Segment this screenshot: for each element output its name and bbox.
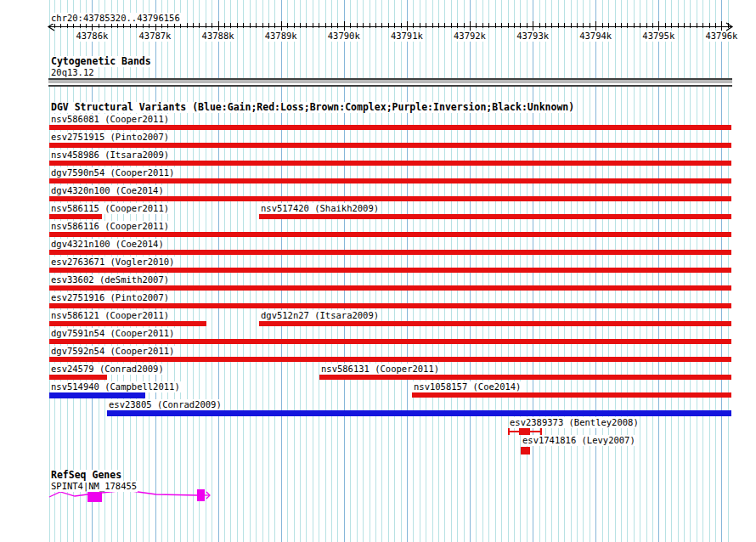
variant-label[interactable]: dgv4321n100 (Coe2014) — [50, 239, 165, 250]
variant-label[interactable]: dgv7591n54 (Cooper2011) — [50, 328, 175, 339]
ruler-tick-minor — [457, 23, 458, 28]
ruler-tick-minor — [697, 23, 697, 28]
ruler-tick-label: 43796k — [704, 31, 738, 42]
variant-bar[interactable] — [49, 375, 107, 380]
variant-label[interactable]: esv23805 (Conrad2009) — [108, 399, 223, 410]
ruler-tick-label: 43790k — [327, 31, 361, 42]
ruler-tick-minor — [438, 23, 439, 28]
ruler-tick-minor — [432, 23, 433, 28]
ruler-tick-minor — [709, 23, 710, 28]
ruler-tick-minor — [583, 23, 584, 28]
variant-box[interactable] — [519, 427, 530, 435]
ruler-tick-minor — [325, 23, 326, 28]
variant-bar[interactable] — [49, 303, 731, 308]
ruler-tick-minor — [571, 23, 572, 28]
ruler-tick-minor — [313, 23, 313, 28]
region-label: chr20:43785320..43796156 — [50, 13, 181, 24]
ruler-tick-label: 43786k — [75, 31, 109, 42]
variant-bar[interactable] — [49, 214, 102, 219]
variant-label[interactable]: esv2389373 (Bentley2008) — [509, 417, 640, 428]
ruler-tick-minor — [193, 23, 194, 28]
variant-bar[interactable] — [49, 178, 731, 183]
ruler-tick-minor — [370, 23, 370, 28]
variant-label[interactable]: nsv458986 (Itsara2009) — [50, 150, 170, 161]
variant-bar[interactable] — [49, 339, 731, 344]
gene-label[interactable]: SPINT4|NM_178455 — [50, 481, 138, 492]
variant-bar[interactable] — [49, 321, 206, 326]
genome-browser-canvas: 43786k43787k43788k43789k43790k43791k4379… — [0, 0, 756, 542]
ruler-tick-label: 43792k — [453, 31, 487, 42]
variant-label[interactable]: dgv7590n54 (Cooper2011) — [50, 167, 175, 178]
ruler-tick-minor — [621, 23, 622, 28]
ruler-tick-minor — [381, 23, 382, 28]
variant-bar[interactable] — [412, 392, 731, 398]
variant-bar[interactable] — [49, 143, 731, 148]
ruler-tick-minor — [665, 23, 666, 28]
variant-ibeam-cap[interactable] — [508, 428, 510, 435]
variant-bar[interactable] — [319, 375, 731, 380]
ruler-tick-minor — [652, 23, 653, 28]
variant-label[interactable]: esv2751916 (Pinto2007) — [50, 292, 170, 303]
variant-bar[interactable] — [49, 285, 731, 291]
variant-bar[interactable] — [49, 392, 145, 398]
variant-bar[interactable] — [259, 214, 731, 219]
ruler-tick-label: 43788k — [201, 31, 235, 42]
variant-label[interactable]: nsv586081 (Cooper2011) — [50, 114, 170, 125]
ruler-tick-minor — [230, 23, 231, 28]
cytoband-bar[interactable] — [48, 78, 732, 87]
ruler-tick-minor — [212, 23, 212, 28]
ruler-tick-minor — [294, 23, 295, 28]
ruler-tick-minor — [464, 23, 465, 28]
variant-label[interactable]: nsv514940 (Campbell2011) — [50, 381, 181, 392]
ruler-tick-minor — [640, 23, 640, 28]
ruler-tick-minor — [350, 23, 351, 28]
variant-bar[interactable] — [259, 321, 731, 326]
variant-label[interactable]: dgv4320n100 (Coe2014) — [50, 185, 165, 196]
variant-label[interactable]: dgv512n27 (Itsara2009) — [260, 310, 380, 321]
variant-label[interactable]: esv2751915 (Pinto2007) — [50, 132, 170, 143]
ruler-tick-minor — [206, 23, 206, 28]
variant-label[interactable]: nsv517420 (Shaikh2009) — [260, 203, 380, 214]
ruler-tick-minor — [187, 23, 188, 28]
ruler-tick-label: 43789k — [264, 31, 298, 42]
ruler-tick-minor — [728, 23, 729, 28]
ruler-tick-minor — [627, 23, 628, 28]
ruler-tick-minor — [671, 23, 672, 28]
variant-bar[interactable] — [49, 268, 731, 273]
variant-bar[interactable] — [49, 196, 731, 201]
ruler-tick-minor — [608, 23, 609, 28]
ruler-tick-minor — [274, 23, 275, 28]
variant-bar[interactable] — [49, 357, 731, 362]
variant-bar[interactable] — [49, 125, 731, 130]
ruler-tick-minor — [539, 23, 540, 28]
ruler-tick-minor — [420, 23, 420, 28]
ruler-tick-minor — [388, 23, 389, 28]
variant-bar[interactable] — [49, 250, 731, 255]
ruler-tick-minor — [357, 23, 358, 28]
ruler-tick-minor — [331, 23, 332, 28]
variant-label[interactable]: esv33602 (deSmith2007) — [50, 274, 170, 285]
variant-label[interactable]: nsv1058157 (Coe2014) — [413, 381, 522, 392]
ruler-tick-label: 43787k — [138, 31, 172, 42]
variant-bar[interactable] — [49, 232, 731, 237]
variant-label[interactable]: nsv586121 (Cooper2011) — [50, 310, 170, 321]
ruler-tick-minor — [577, 23, 578, 28]
ruler-tick-minor — [482, 23, 483, 28]
track-title-cytogenetic: Cytogenetic Bands — [50, 56, 152, 67]
variant-ibeam-cap[interactable] — [540, 428, 542, 435]
variant-label[interactable]: nsv586131 (Cooper2011) — [320, 364, 440, 375]
variant-box[interactable] — [521, 447, 530, 454]
ruler-tick-minor — [451, 23, 452, 28]
variant-label[interactable]: esv1741816 (Levy2007) — [522, 435, 636, 446]
variant-label[interactable]: dgv7592n54 (Cooper2011) — [50, 346, 175, 357]
variant-label[interactable]: esv2763671 (Vogler2010) — [50, 257, 175, 268]
ruler-tick-minor — [702, 23, 703, 28]
variant-label[interactable]: nsv586115 (Cooper2011) — [50, 203, 170, 214]
variant-label[interactable]: esv24579 (Conrad2009) — [50, 364, 165, 375]
variant-bar[interactable] — [49, 161, 731, 166]
variant-bar[interactable] — [107, 410, 731, 416]
ruler-tick-minor — [527, 23, 528, 28]
variant-label[interactable]: nsv586116 (Cooper2011) — [50, 221, 170, 232]
ruler-tick-minor — [495, 23, 496, 28]
ruler-tick-minor — [337, 23, 338, 28]
